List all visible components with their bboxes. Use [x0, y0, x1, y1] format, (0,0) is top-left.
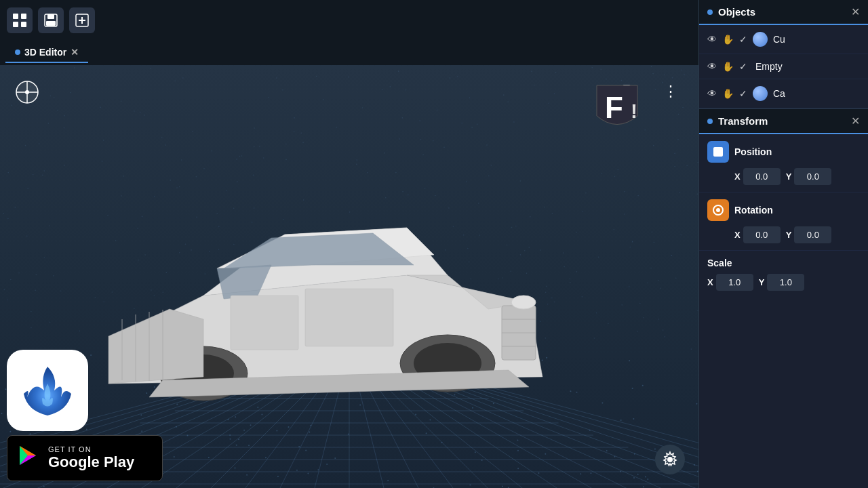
transform-panel-header: Transform ✕: [699, 109, 868, 134]
svg-rect-47: [713, 147, 723, 157]
app-icon: [7, 350, 88, 431]
svg-rect-6: [46, 21, 56, 26]
get-it-on-label: GET IT ON: [48, 445, 134, 453]
select-icon[interactable]: ✋: [722, 88, 734, 99]
svg-point-42: [667, 457, 673, 462]
google-play-label: Google Play: [48, 453, 134, 471]
svg-rect-3: [21, 22, 26, 27]
objects-panel-close-button[interactable]: ✕: [851, 5, 860, 18]
objects-panel: Objects ✕ 👁 ✋ ✓ Cu 👁 ✋ ✓ Empty 👁 ✋ ✓ Ca: [699, 0, 868, 109]
objects-panel-dot: [707, 9, 713, 15]
rotation-label: Rotation: [734, 205, 775, 216]
svg-rect-26: [305, 289, 393, 346]
position-icon: [707, 141, 729, 163]
select-icon[interactable]: ✋: [722, 61, 734, 72]
object-name-ca: Ca: [773, 88, 860, 99]
position-y-field[interactable]: Y 0.0: [786, 168, 832, 185]
play-store-icon: [16, 443, 40, 473]
check-icon[interactable]: ✓: [739, 34, 747, 45]
object-sphere-icon: [753, 32, 768, 47]
svg-rect-5: [47, 14, 54, 19]
rotation-x-field[interactable]: X 0.0: [734, 226, 781, 243]
rotation-x-label: X: [734, 230, 741, 240]
rotation-x-value[interactable]: 0.0: [743, 226, 781, 243]
save-icon-button[interactable]: [38, 7, 64, 33]
scale-section: Scale X 1.0 Y 1.0: [699, 251, 868, 298]
object-sphere-icon: [753, 86, 768, 101]
objects-panel-header: Objects ✕: [699, 0, 868, 25]
select-icon[interactable]: ✋: [722, 34, 734, 45]
svg-rect-25: [231, 296, 298, 350]
transform-panel-close-button[interactable]: ✕: [851, 115, 860, 127]
position-y-value[interactable]: 0.0: [794, 168, 831, 185]
f-logo: F !: [590, 79, 644, 133]
svg-text:!: !: [631, 100, 637, 122]
svg-point-49: [716, 208, 720, 212]
badge-text: GET IT ON Google Play: [48, 445, 134, 471]
grid-icon-button[interactable]: [7, 7, 33, 33]
svg-point-40: [511, 296, 536, 309]
top-toolbar: [0, 0, 698, 41]
rotation-y-label: Y: [786, 230, 792, 240]
transform-panel-dot: [707, 119, 713, 124]
transform-panel-title: Transform: [718, 115, 768, 127]
position-y-label: Y: [786, 171, 792, 182]
object-row-empty[interactable]: 👁 ✋ ✓ Empty: [699, 54, 868, 79]
scale-x-value[interactable]: 1.0: [716, 274, 753, 291]
rotation-section: Rotation X 0.0 Y 0.0: [699, 192, 868, 251]
position-x-value[interactable]: 0.0: [743, 168, 781, 185]
object-row-ca[interactable]: 👁 ✋ ✓ Ca: [699, 79, 868, 108]
visibility-icon[interactable]: 👁: [707, 61, 717, 72]
tab-label: 3D Editor: [24, 47, 66, 58]
tab-3d-editor[interactable]: 3D Editor ✕: [5, 43, 88, 63]
scale-x-label: X: [707, 277, 713, 287]
scale-y-label: Y: [759, 277, 765, 287]
object-row-cu[interactable]: 👁 ✋ ✓ Cu: [699, 25, 868, 54]
viewport-menu-button[interactable]: ⋮: [663, 83, 678, 100]
visibility-icon[interactable]: 👁: [707, 34, 717, 45]
scale-x-field[interactable]: X 1.0: [707, 274, 753, 291]
svg-rect-2: [13, 22, 18, 27]
check-icon[interactable]: ✓: [739, 61, 747, 72]
position-section: Position X 0.0 Y 0.0: [699, 134, 868, 192]
transform-panel: Transform ✕ Position X 0.0 Y: [699, 109, 868, 298]
right-panel: Objects ✕ 👁 ✋ ✓ Cu 👁 ✋ ✓ Empty 👁 ✋ ✓ Ca: [698, 0, 868, 488]
3d-viewport[interactable]: ⋮ F !: [0, 65, 698, 488]
object-name-cu: Cu: [773, 34, 860, 45]
rotation-icon: [707, 199, 729, 221]
position-x-field[interactable]: X 0.0: [734, 168, 781, 185]
tab-dot: [15, 49, 20, 55]
google-play-badge[interactable]: GET IT ON Google Play: [7, 435, 163, 481]
svg-text:F: F: [605, 91, 623, 124]
position-label: Position: [734, 146, 775, 157]
svg-rect-0: [13, 14, 18, 19]
scale-label: Scale: [707, 258, 860, 268]
svg-rect-1: [21, 14, 26, 19]
object-name-empty: Empty: [755, 61, 860, 72]
position-x-label: X: [734, 171, 741, 182]
crosshair-icon: [14, 79, 41, 106]
svg-point-13: [25, 90, 29, 94]
tab-close-button[interactable]: ✕: [71, 47, 79, 58]
objects-panel-title: Objects: [718, 6, 755, 18]
rotation-y-field[interactable]: Y 0.0: [786, 226, 832, 243]
check-icon[interactable]: ✓: [739, 88, 747, 99]
scale-y-field[interactable]: Y 1.0: [759, 274, 805, 291]
scale-y-value[interactable]: 1.0: [767, 274, 804, 291]
settings-gear-button[interactable]: [655, 445, 685, 474]
app-promo-section: GET IT ON Google Play: [7, 350, 163, 481]
tab-bar: 3D Editor ✕: [0, 41, 698, 65]
visibility-icon[interactable]: 👁: [707, 88, 717, 99]
add-icon-button[interactable]: [69, 7, 95, 33]
rotation-y-value[interactable]: 0.0: [794, 226, 831, 243]
